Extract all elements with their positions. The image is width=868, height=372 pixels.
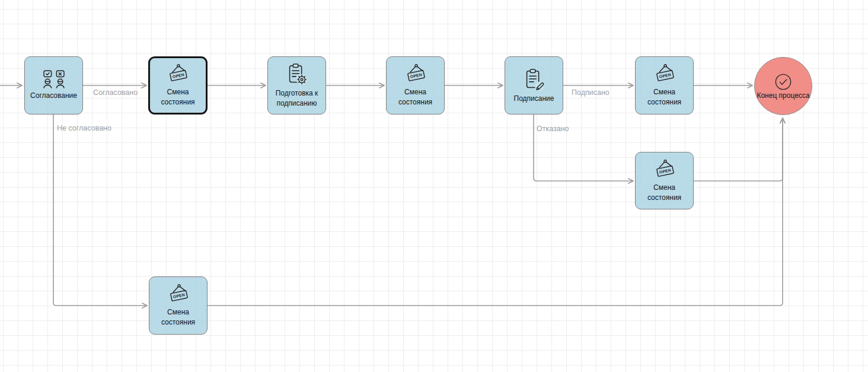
node-label: Смена состояния [637, 87, 693, 107]
svg-text:OPEN: OPEN [659, 72, 671, 79]
node-label: Смена состояния [637, 183, 693, 203]
node-state-change-2[interactable]: OPEN Смена состояния [386, 56, 445, 115]
edge-label-rejected: Отказано [537, 125, 569, 133]
open-sign-icon: OPEN [165, 63, 191, 86]
node-label: Согласование [26, 91, 82, 101]
open-sign-icon: OPEN [652, 159, 678, 182]
node-label: Смена состояния [150, 87, 206, 107]
diagram-canvas[interactable]: Согласовано Не согласовано Подписано Отк… [0, 0, 868, 372]
edge-approval-not-approved[interactable] [53, 115, 147, 306]
node-approval[interactable]: Согласование [24, 56, 83, 115]
check-circle-icon [774, 73, 792, 91]
clipboard-gear-icon [285, 62, 309, 87]
node-label: Смена состояния [151, 307, 206, 328]
node-prepare-signing[interactable]: Подготовка к подписанию [267, 56, 326, 115]
edge-label-signed: Подписано [572, 88, 609, 97]
edge-label-approved: Согласовано [93, 88, 138, 97]
node-end[interactable]: Конец процесса [754, 57, 812, 115]
edge-rejected-state-to-end[interactable] [694, 118, 783, 181]
edge-label-not-approved: Не согласовано [57, 124, 111, 132]
open-sign-icon: OPEN [652, 63, 678, 86]
edge-bottom-state-to-end[interactable] [208, 118, 783, 306]
node-label: Конец процесса [755, 91, 812, 100]
node-state-change-rejected[interactable]: OPEN Смена состояния [635, 152, 694, 209]
node-state-change-not-approved[interactable]: OPEN Смена состояния [149, 276, 208, 335]
node-state-change-3[interactable]: OPEN Смена состояния [635, 56, 694, 115]
clipboard-pen-icon [522, 68, 547, 93]
open-sign-icon: OPEN [403, 63, 429, 86]
node-label: Подготовка к подписанию [269, 88, 325, 109]
node-label: Смена состояния [388, 87, 443, 107]
open-sign-icon: OPEN [165, 284, 192, 306]
svg-text:OPEN: OPEN [410, 72, 422, 79]
node-label: Подписание [506, 94, 562, 104]
svg-text:OPEN: OPEN [659, 167, 671, 174]
svg-text:OPEN: OPEN [172, 72, 184, 79]
svg-text:OPEN: OPEN [173, 292, 185, 299]
people-check-x-icon [41, 70, 67, 90]
node-signing[interactable]: Подписание [505, 56, 563, 115]
node-state-change-1[interactable]: OPEN Смена состояния [148, 56, 208, 115]
